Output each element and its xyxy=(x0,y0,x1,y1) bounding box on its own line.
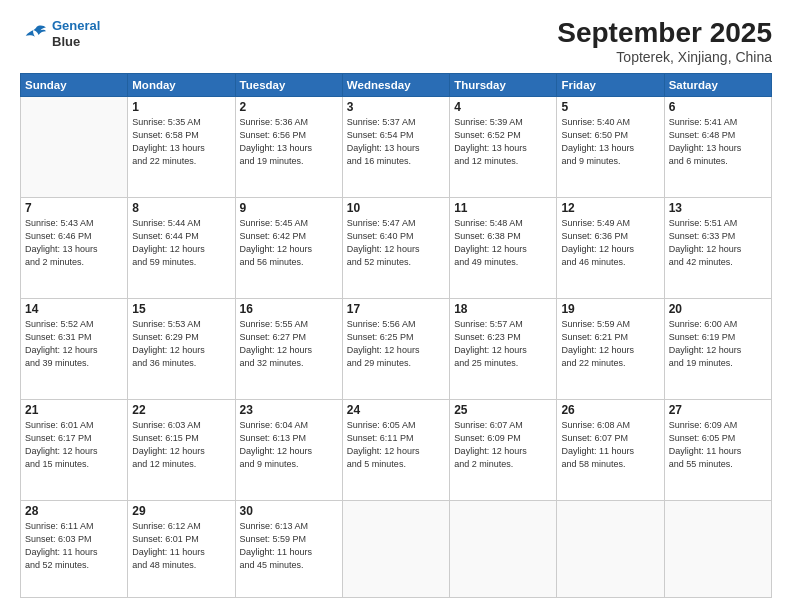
day-info: Sunrise: 5:36 AMSunset: 6:56 PMDaylight:… xyxy=(240,116,338,168)
calendar-title: September 2025 xyxy=(557,18,772,49)
day-number: 5 xyxy=(561,100,659,114)
calendar-cell: 14Sunrise: 5:52 AMSunset: 6:31 PMDayligh… xyxy=(21,298,128,399)
day-number: 2 xyxy=(240,100,338,114)
day-number: 29 xyxy=(132,504,230,518)
week-row-1: 1Sunrise: 5:35 AMSunset: 6:58 PMDaylight… xyxy=(21,96,772,197)
day-number: 28 xyxy=(25,504,123,518)
calendar-cell: 8Sunrise: 5:44 AMSunset: 6:44 PMDaylight… xyxy=(128,197,235,298)
calendar-cell: 10Sunrise: 5:47 AMSunset: 6:40 PMDayligh… xyxy=(342,197,449,298)
day-info: Sunrise: 5:35 AMSunset: 6:58 PMDaylight:… xyxy=(132,116,230,168)
week-row-3: 14Sunrise: 5:52 AMSunset: 6:31 PMDayligh… xyxy=(21,298,772,399)
calendar-cell: 2Sunrise: 5:36 AMSunset: 6:56 PMDaylight… xyxy=(235,96,342,197)
calendar-cell: 19Sunrise: 5:59 AMSunset: 6:21 PMDayligh… xyxy=(557,298,664,399)
calendar-cell: 16Sunrise: 5:55 AMSunset: 6:27 PMDayligh… xyxy=(235,298,342,399)
weekday-header-tuesday: Tuesday xyxy=(235,73,342,96)
day-number: 8 xyxy=(132,201,230,215)
calendar-cell: 18Sunrise: 5:57 AMSunset: 6:23 PMDayligh… xyxy=(450,298,557,399)
day-info: Sunrise: 6:04 AMSunset: 6:13 PMDaylight:… xyxy=(240,419,338,471)
day-number: 21 xyxy=(25,403,123,417)
day-number: 6 xyxy=(669,100,767,114)
calendar-cell: 3Sunrise: 5:37 AMSunset: 6:54 PMDaylight… xyxy=(342,96,449,197)
page: General Blue September 2025 Topterek, Xi… xyxy=(0,0,792,612)
logo-line2: Blue xyxy=(52,34,100,50)
day-info: Sunrise: 5:51 AMSunset: 6:33 PMDaylight:… xyxy=(669,217,767,269)
calendar-cell: 6Sunrise: 5:41 AMSunset: 6:48 PMDaylight… xyxy=(664,96,771,197)
day-number: 1 xyxy=(132,100,230,114)
day-info: Sunrise: 5:44 AMSunset: 6:44 PMDaylight:… xyxy=(132,217,230,269)
weekday-header-thursday: Thursday xyxy=(450,73,557,96)
calendar-cell: 15Sunrise: 5:53 AMSunset: 6:29 PMDayligh… xyxy=(128,298,235,399)
day-number: 25 xyxy=(454,403,552,417)
day-number: 20 xyxy=(669,302,767,316)
calendar-cell xyxy=(450,500,557,597)
day-info: Sunrise: 5:49 AMSunset: 6:36 PMDaylight:… xyxy=(561,217,659,269)
weekday-header-friday: Friday xyxy=(557,73,664,96)
weekday-header-row: SundayMondayTuesdayWednesdayThursdayFrid… xyxy=(21,73,772,96)
title-block: September 2025 Topterek, Xinjiang, China xyxy=(557,18,772,65)
weekday-header-monday: Monday xyxy=(128,73,235,96)
calendar-table: SundayMondayTuesdayWednesdayThursdayFrid… xyxy=(20,73,772,598)
day-number: 12 xyxy=(561,201,659,215)
week-row-4: 21Sunrise: 6:01 AMSunset: 6:17 PMDayligh… xyxy=(21,399,772,500)
logo: General Blue xyxy=(20,18,100,49)
day-info: Sunrise: 6:03 AMSunset: 6:15 PMDaylight:… xyxy=(132,419,230,471)
week-row-5: 28Sunrise: 6:11 AMSunset: 6:03 PMDayligh… xyxy=(21,500,772,597)
day-info: Sunrise: 5:52 AMSunset: 6:31 PMDaylight:… xyxy=(25,318,123,370)
weekday-header-saturday: Saturday xyxy=(664,73,771,96)
day-info: Sunrise: 5:43 AMSunset: 6:46 PMDaylight:… xyxy=(25,217,123,269)
day-number: 11 xyxy=(454,201,552,215)
calendar-cell: 13Sunrise: 5:51 AMSunset: 6:33 PMDayligh… xyxy=(664,197,771,298)
calendar-cell: 23Sunrise: 6:04 AMSunset: 6:13 PMDayligh… xyxy=(235,399,342,500)
day-number: 13 xyxy=(669,201,767,215)
calendar-cell: 1Sunrise: 5:35 AMSunset: 6:58 PMDaylight… xyxy=(128,96,235,197)
day-number: 9 xyxy=(240,201,338,215)
calendar-cell: 30Sunrise: 6:13 AMSunset: 5:59 PMDayligh… xyxy=(235,500,342,597)
day-info: Sunrise: 6:13 AMSunset: 5:59 PMDaylight:… xyxy=(240,520,338,572)
calendar-cell: 11Sunrise: 5:48 AMSunset: 6:38 PMDayligh… xyxy=(450,197,557,298)
logo-line1: General xyxy=(52,18,100,33)
day-number: 14 xyxy=(25,302,123,316)
day-info: Sunrise: 5:39 AMSunset: 6:52 PMDaylight:… xyxy=(454,116,552,168)
weekday-header-sunday: Sunday xyxy=(21,73,128,96)
calendar-cell: 4Sunrise: 5:39 AMSunset: 6:52 PMDaylight… xyxy=(450,96,557,197)
logo-icon xyxy=(20,23,48,45)
calendar-cell: 7Sunrise: 5:43 AMSunset: 6:46 PMDaylight… xyxy=(21,197,128,298)
day-info: Sunrise: 5:59 AMSunset: 6:21 PMDaylight:… xyxy=(561,318,659,370)
day-number: 7 xyxy=(25,201,123,215)
calendar-cell: 29Sunrise: 6:12 AMSunset: 6:01 PMDayligh… xyxy=(128,500,235,597)
calendar-cell: 12Sunrise: 5:49 AMSunset: 6:36 PMDayligh… xyxy=(557,197,664,298)
header: General Blue September 2025 Topterek, Xi… xyxy=(20,18,772,65)
day-info: Sunrise: 6:08 AMSunset: 6:07 PMDaylight:… xyxy=(561,419,659,471)
calendar-cell: 25Sunrise: 6:07 AMSunset: 6:09 PMDayligh… xyxy=(450,399,557,500)
day-info: Sunrise: 5:55 AMSunset: 6:27 PMDaylight:… xyxy=(240,318,338,370)
calendar-cell: 26Sunrise: 6:08 AMSunset: 6:07 PMDayligh… xyxy=(557,399,664,500)
day-number: 19 xyxy=(561,302,659,316)
calendar-cell: 28Sunrise: 6:11 AMSunset: 6:03 PMDayligh… xyxy=(21,500,128,597)
calendar-cell: 27Sunrise: 6:09 AMSunset: 6:05 PMDayligh… xyxy=(664,399,771,500)
calendar-cell xyxy=(557,500,664,597)
day-info: Sunrise: 5:47 AMSunset: 6:40 PMDaylight:… xyxy=(347,217,445,269)
day-info: Sunrise: 5:41 AMSunset: 6:48 PMDaylight:… xyxy=(669,116,767,168)
day-number: 27 xyxy=(669,403,767,417)
logo-text: General Blue xyxy=(52,18,100,49)
day-info: Sunrise: 5:57 AMSunset: 6:23 PMDaylight:… xyxy=(454,318,552,370)
day-number: 3 xyxy=(347,100,445,114)
day-number: 26 xyxy=(561,403,659,417)
calendar-subtitle: Topterek, Xinjiang, China xyxy=(557,49,772,65)
week-row-2: 7Sunrise: 5:43 AMSunset: 6:46 PMDaylight… xyxy=(21,197,772,298)
day-number: 15 xyxy=(132,302,230,316)
calendar-cell: 24Sunrise: 6:05 AMSunset: 6:11 PMDayligh… xyxy=(342,399,449,500)
day-info: Sunrise: 6:01 AMSunset: 6:17 PMDaylight:… xyxy=(25,419,123,471)
day-number: 23 xyxy=(240,403,338,417)
calendar-cell: 17Sunrise: 5:56 AMSunset: 6:25 PMDayligh… xyxy=(342,298,449,399)
day-info: Sunrise: 6:11 AMSunset: 6:03 PMDaylight:… xyxy=(25,520,123,572)
day-info: Sunrise: 6:07 AMSunset: 6:09 PMDaylight:… xyxy=(454,419,552,471)
day-info: Sunrise: 5:37 AMSunset: 6:54 PMDaylight:… xyxy=(347,116,445,168)
day-info: Sunrise: 6:00 AMSunset: 6:19 PMDaylight:… xyxy=(669,318,767,370)
calendar-cell xyxy=(21,96,128,197)
day-info: Sunrise: 6:09 AMSunset: 6:05 PMDaylight:… xyxy=(669,419,767,471)
day-number: 22 xyxy=(132,403,230,417)
calendar-cell: 21Sunrise: 6:01 AMSunset: 6:17 PMDayligh… xyxy=(21,399,128,500)
day-number: 18 xyxy=(454,302,552,316)
calendar-cell: 9Sunrise: 5:45 AMSunset: 6:42 PMDaylight… xyxy=(235,197,342,298)
